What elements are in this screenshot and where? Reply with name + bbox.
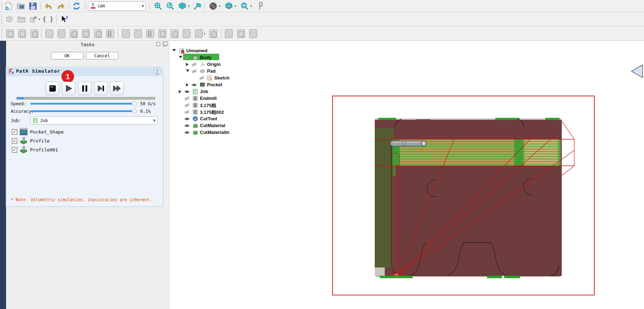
tree-item-label[interactable]: Pocket xyxy=(207,82,222,87)
std-part-icon[interactable] xyxy=(4,14,14,24)
vcarve-op-icon[interactable] xyxy=(208,29,218,39)
toolbar-grip[interactable] xyxy=(149,2,150,10)
profile-op-icon[interactable] xyxy=(121,29,131,39)
tree-item-label[interactable]: 3.175粗 xyxy=(200,102,216,109)
tree-item-label[interactable]: CutTool xyxy=(200,116,217,121)
drilling-op-icon[interactable] xyxy=(145,29,155,39)
chevron-down-icon[interactable]: ▾ xyxy=(188,4,190,8)
toolbar-grip[interactable] xyxy=(84,2,86,10)
redo-icon[interactable] xyxy=(56,1,66,11)
macro-braces-icon[interactable]: { } xyxy=(43,14,53,24)
visibility-off-icon[interactable] xyxy=(199,75,205,81)
pocket-op-icon[interactable] xyxy=(133,29,143,39)
adaptive-op-icon[interactable] xyxy=(182,29,192,39)
save-document-icon[interactable] xyxy=(28,1,38,11)
dock-panel-icon[interactable] xyxy=(156,42,160,46)
align-to-selection-icon[interactable] xyxy=(192,1,202,11)
toolbar-grip[interactable] xyxy=(41,29,42,38)
expander-open-icon[interactable] xyxy=(179,56,182,58)
tree-item-label[interactable]: Origin xyxy=(207,62,221,67)
tree-item-label[interactable]: Job xyxy=(200,89,208,94)
tree-row[interactable]: Endmill xyxy=(0,95,107,102)
visibility-on-icon[interactable] xyxy=(184,89,190,95)
cam-post-process-icon[interactable] xyxy=(17,29,27,39)
cam-tool-manager-icon[interactable] xyxy=(81,29,91,39)
cam-inspect-gcode-icon[interactable] xyxy=(44,29,54,39)
tree-row[interactable]: Pocket xyxy=(0,82,107,88)
cutting-tool[interactable] xyxy=(390,141,426,146)
face-op-icon[interactable] xyxy=(157,29,167,39)
dressup-op-icon[interactable] xyxy=(248,29,258,39)
chevron-down-icon[interactable]: ▾ xyxy=(235,4,236,8)
tree-item-label[interactable]: Sketch xyxy=(214,75,230,81)
visibility-off-icon[interactable] xyxy=(191,68,197,74)
visibility-off-icon[interactable] xyxy=(184,102,190,108)
tree-row[interactable]: CutTool xyxy=(0,116,107,122)
float-panel-icon[interactable] xyxy=(163,42,167,46)
cam-toolbits-icon[interactable] xyxy=(105,29,115,39)
fit-all-icon[interactable] xyxy=(153,1,163,11)
undo-icon[interactable] xyxy=(44,1,54,11)
3d-viewport[interactable] xyxy=(169,41,644,309)
cam-job-icon[interactable] xyxy=(5,29,15,39)
tree-item-label[interactable]: 3.175粗002 xyxy=(200,109,224,116)
rotate-view-icon[interactable] xyxy=(240,1,250,11)
expander-closed-icon[interactable] xyxy=(186,83,188,87)
zoom-selection-icon[interactable] xyxy=(165,1,175,11)
workbench-selector[interactable]: CAM ▼ xyxy=(88,1,146,11)
toolbar-grip[interactable] xyxy=(220,29,222,38)
tree-row[interactable]: Job xyxy=(0,88,107,95)
tree-row[interactable]: Pad xyxy=(0,68,107,75)
helix-op-icon[interactable] xyxy=(169,29,180,39)
cam-tool-controller-icon[interactable] xyxy=(93,29,103,39)
fast-forward-button[interactable] xyxy=(110,82,124,95)
visibility-off-icon[interactable] xyxy=(191,62,197,67)
tree-item-label[interactable]: CutMaterial xyxy=(200,123,225,128)
visibility-off-icon[interactable] xyxy=(184,109,190,115)
tree-row[interactable]: Origin xyxy=(0,61,107,68)
tree-row[interactable]: CutMaterialIn xyxy=(0,129,107,136)
tree-item-label[interactable]: Pad xyxy=(207,68,216,74)
whats-this-icon[interactable] xyxy=(59,14,69,24)
toolbar-grip[interactable] xyxy=(40,2,41,10)
refresh-icon[interactable] xyxy=(72,1,82,11)
panel-reveal-arrow-icon[interactable] xyxy=(631,65,643,78)
toolbar-grip[interactable] xyxy=(117,29,119,38)
visibility-on-icon[interactable] xyxy=(184,123,190,129)
link-make-icon[interactable] xyxy=(29,14,39,24)
tree-row[interactable]: Sketch xyxy=(0,75,107,82)
chevron-down-icon[interactable]: ▾ xyxy=(39,18,40,21)
tree-row[interactable]: Body xyxy=(0,54,107,61)
stop-navigation-icon[interactable] xyxy=(208,1,218,11)
visibility-on-icon[interactable] xyxy=(191,82,197,88)
visibility-off-icon[interactable] xyxy=(184,55,190,61)
tree-item-label[interactable]: CutMaterialIn xyxy=(200,130,229,135)
expander-closed-icon[interactable] xyxy=(186,63,188,66)
profile001-checkbox[interactable]: ✓ xyxy=(12,147,17,153)
toolbar-grip[interactable] xyxy=(1,2,3,10)
speed-slider-handle[interactable] xyxy=(132,101,137,106)
tree-row[interactable]: 3.175粗 xyxy=(0,102,107,109)
accuracy-slider-handle[interactable] xyxy=(132,109,137,114)
tree-row[interactable]: CutMaterial xyxy=(0,122,107,129)
array-op-icon[interactable] xyxy=(236,29,246,39)
cam-simulator-icon[interactable] xyxy=(56,29,67,39)
tree-item-label[interactable]: Endmill xyxy=(200,96,217,101)
engrave-op-icon[interactable] xyxy=(194,29,204,39)
visibility-on-icon[interactable] xyxy=(184,130,190,135)
measure-icon[interactable] xyxy=(256,1,266,11)
expander-closed-icon[interactable] xyxy=(179,90,181,93)
tree-item-label[interactable]: Unnamed xyxy=(186,48,207,53)
collapse-section-icon[interactable]: ▲▲ xyxy=(154,68,161,74)
visibility-on-icon[interactable] xyxy=(184,116,190,122)
axonometric-view-icon[interactable] xyxy=(177,1,187,11)
open-document-icon[interactable] xyxy=(16,1,26,11)
toolbar-grip[interactable] xyxy=(1,14,3,24)
toolbar-grip[interactable] xyxy=(56,14,57,24)
cam-sanity-check-icon[interactable] xyxy=(29,29,39,39)
chevron-down-icon[interactable]: ▾ xyxy=(250,4,252,8)
expander-open-icon[interactable] xyxy=(186,69,190,72)
navigation-cube-icon[interactable] xyxy=(224,1,234,11)
new-document-icon[interactable] xyxy=(4,1,14,11)
chevron-down-icon[interactable]: ▾ xyxy=(219,4,221,8)
